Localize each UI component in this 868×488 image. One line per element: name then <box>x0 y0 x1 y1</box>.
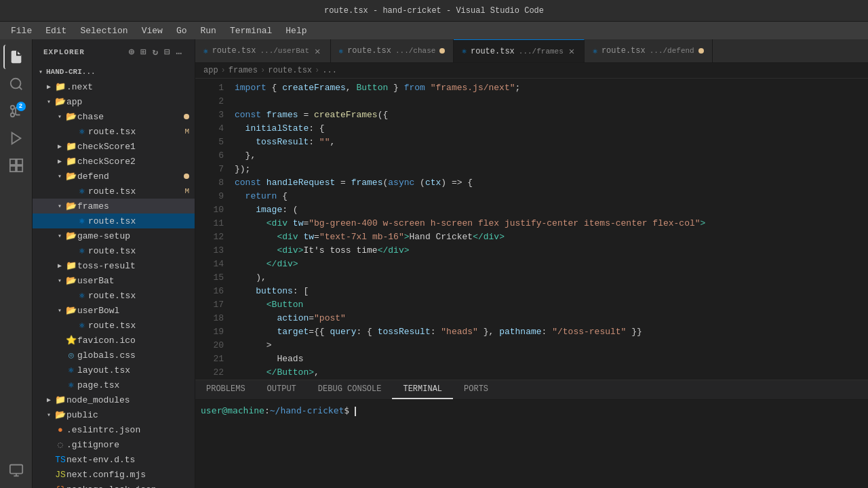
source-control-icon[interactable]: 2 <box>4 99 28 123</box>
panel-tab-output[interactable]: OUTPUT <box>256 380 307 399</box>
menu-go[interactable]: Go <box>171 24 193 37</box>
userBat-arrow: ▾ <box>54 277 65 285</box>
tree-item-userBowl-route[interactable]: ⚛ route.tsx <box>33 318 195 333</box>
tree-item-next-config[interactable]: JS next.config.mjs <box>33 467 195 482</box>
panel-tab-ports[interactable]: PORTS <box>453 380 499 399</box>
eslintrc-label: .eslintrc.json <box>66 425 195 435</box>
defend-tsx-icon: ⚛ <box>76 186 88 197</box>
code-line: action="post" <box>229 312 868 325</box>
gitignore-icon: ◌ <box>54 439 66 450</box>
tab-chase-sublabel: .../chase <box>395 47 435 55</box>
menu-selection[interactable]: Selection <box>75 24 133 37</box>
menu-file[interactable]: File <box>5 24 37 37</box>
defend-icon: 📂 <box>65 171 77 182</box>
tree-item-favicon[interactable]: ⭐ favicon.ico <box>33 333 195 348</box>
tree-item-defend-route[interactable]: ⚛ route.tsx M <box>33 184 195 199</box>
globals-label: globals.css <box>77 350 195 361</box>
new-folder-icon[interactable]: ⊞ <box>139 45 148 59</box>
breadcrumb-more[interactable]: ... <box>322 66 337 75</box>
tree-item-game-setup-route[interactable]: ⚛ route.tsx <box>33 243 195 258</box>
public-arrow: ▾ <box>43 411 54 419</box>
tree-item-public[interactable]: ▾ 📂 public <box>33 407 195 422</box>
run-icon[interactable] <box>4 126 28 150</box>
chase-folder-icon: 📂 <box>65 111 77 122</box>
tree-root[interactable]: ▾ HAND-CRI... <box>33 64 195 79</box>
remote-icon[interactable] <box>4 458 28 483</box>
svg-rect-8 <box>16 159 22 165</box>
tree-item-toss-result[interactable]: ▶ 📁 toss-result <box>33 258 195 273</box>
menu-bar: File Edit Selection View Go Run Terminal… <box>0 22 868 39</box>
svg-rect-10 <box>16 166 22 171</box>
tab-frames-close[interactable]: ✕ <box>568 45 576 57</box>
tree-item-chase-route[interactable]: ⚛ route.tsx M <box>33 124 195 139</box>
svg-rect-7 <box>9 159 15 165</box>
tree-item-checkScore2[interactable]: ▶ 📁 checkScore2 <box>33 154 195 169</box>
breadcrumb-file[interactable]: route.tsx <box>268 66 312 75</box>
panel-tabs: PROBLEMS OUTPUT DEBUG CONSOLE TERMINAL P… <box>195 380 868 400</box>
breadcrumb-app[interactable]: app <box>203 66 218 75</box>
tab-userBat-close[interactable]: ✕ <box>313 45 321 57</box>
chase-route-badge: M <box>184 127 189 136</box>
tab-frames-route[interactable]: ⚛ route.tsx .../frames ✕ <box>454 39 585 63</box>
tree-item-gitignore[interactable]: ◌ .gitignore <box>33 437 195 452</box>
tree-item-layout[interactable]: ⚛ layout.tsx <box>33 363 195 378</box>
code-editor[interactable]: 1234567891011121314151617181920212223242… <box>195 79 868 380</box>
tree-item-userBat-route[interactable]: ⚛ route.tsx <box>33 288 195 303</box>
tree-item-checkScore1[interactable]: ▶ 📁 checkScore1 <box>33 139 195 154</box>
eslintrc-icon: ● <box>54 425 66 435</box>
tree-item-frames-route[interactable]: ⚛ route.tsx <box>33 214 195 228</box>
tab-defend-route[interactable]: ⚛ route.tsx .../defend <box>585 39 712 63</box>
tree-item-package-lock[interactable]: {} package-lock.json <box>33 482 195 488</box>
tree-item-frames[interactable]: ▾ 📂 frames <box>33 199 195 214</box>
search-icon[interactable] <box>4 72 28 96</box>
extensions-icon[interactable] <box>4 153 28 178</box>
tree-item-userBowl[interactable]: ▾ 📂 userBowl <box>33 303 195 318</box>
code-line <box>229 95 868 108</box>
tab-chase-route[interactable]: ⚛ route.tsx .../chase <box>331 39 454 63</box>
tree-item-next-env[interactable]: TS next-env.d.ts <box>33 452 195 467</box>
tree-item-userBat[interactable]: ▾ 📂 userBat <box>33 273 195 288</box>
app-folder-icon: 📂 <box>54 96 66 107</box>
tree-item-app[interactable]: ▾ 📂 app <box>33 94 195 109</box>
menu-edit[interactable]: Edit <box>40 24 72 37</box>
new-file-icon[interactable]: ⊕ <box>127 45 136 59</box>
tab-userBat-route[interactable]: ⚛ route.tsx .../userBat ✕ <box>195 39 331 63</box>
checkScore1-label: checkScore1 <box>77 142 195 152</box>
tree-item-defend[interactable]: ▾ 📂 defend <box>33 169 195 184</box>
code-line: </Button>, <box>229 366 868 380</box>
collapse-all-icon[interactable]: ⊟ <box>163 45 172 59</box>
menu-run[interactable]: Run <box>195 24 221 37</box>
code-content[interactable]: import { createFrames, Button } from "fr… <box>229 79 868 380</box>
tab-defend-icon: ⚛ <box>593 47 597 56</box>
code-line: }, <box>229 149 868 163</box>
refresh-icon[interactable]: ↻ <box>151 45 160 59</box>
terminal-content[interactable]: user@machine:~/hand-cricket$ <box>195 400 868 488</box>
menu-view[interactable]: View <box>136 24 168 37</box>
frames-route-label: route.tsx <box>88 216 195 226</box>
breadcrumb-frames[interactable]: frames <box>229 66 258 75</box>
more-actions-icon[interactable]: … <box>175 45 184 59</box>
sidebar-actions: ⊕ ⊞ ↻ ⊟ … <box>127 45 184 59</box>
defend-label: defend <box>77 171 184 182</box>
tree-item-next[interactable]: ▶ 📁 .next <box>33 79 195 94</box>
panel-tab-terminal[interactable]: TERMINAL <box>392 380 453 399</box>
page-tsx-icon: ⚛ <box>65 380 77 390</box>
tree-item-globals[interactable]: ◎ globals.css <box>33 348 195 363</box>
frames-label: frames <box>77 201 195 211</box>
tree-item-node-modules[interactable]: ▶ 📁 node_modules <box>33 392 195 407</box>
tree-item-page[interactable]: ⚛ page.tsx <box>33 378 195 392</box>
terminal-cursor <box>355 407 356 416</box>
files-icon[interactable] <box>3 45 28 69</box>
userBat-route-label: route.tsx <box>88 291 195 301</box>
menu-help[interactable]: Help <box>280 24 312 37</box>
next-env-label: next-env.d.ts <box>66 455 195 465</box>
tree-item-eslintrc[interactable]: ● .eslintrc.json <box>33 422 195 437</box>
tree-item-game-setup[interactable]: ▾ 📂 game-setup <box>33 228 195 243</box>
panel-tab-debug[interactable]: DEBUG CONSOLE <box>307 380 393 399</box>
tab-frames-label: route.tsx <box>471 47 515 56</box>
package-lock-label: package-lock.json <box>66 485 195 489</box>
tree-item-chase[interactable]: ▾ 📂 chase <box>33 109 195 124</box>
menu-terminal[interactable]: Terminal <box>224 24 277 37</box>
root-label: HAND-CRI... <box>46 68 195 76</box>
panel-tab-problems[interactable]: PROBLEMS <box>195 380 256 399</box>
